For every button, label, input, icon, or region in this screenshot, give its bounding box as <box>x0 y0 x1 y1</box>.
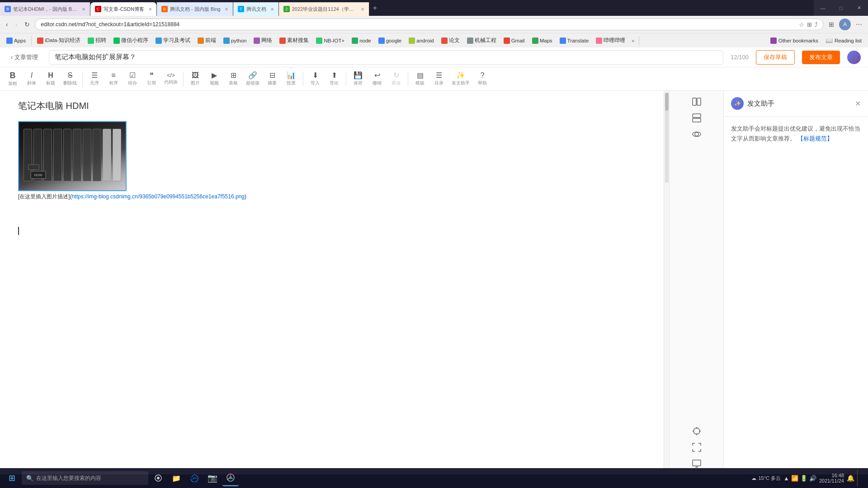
toolbar-strikethrough[interactable]: S 删除线 <box>61 70 80 88</box>
star-icon[interactable]: ☆ <box>799 21 804 28</box>
editor-scrollbar[interactable] <box>664 91 669 474</box>
bookmark-assets[interactable]: 素材搜集 <box>277 36 311 45</box>
file-explorer-button[interactable]: 📁 <box>168 470 184 486</box>
article-image[interactable]: HDMI <box>18 121 127 191</box>
share-icon[interactable]: ⤴ <box>815 21 818 28</box>
notifications-icon[interactable]: 🔔 <box>847 474 854 482</box>
toolbar-export[interactable]: ⬆ 导出 <box>325 70 343 88</box>
start-button[interactable]: ⊞ <box>4 470 20 486</box>
toolbar-template[interactable]: ▤ 模版 <box>411 70 429 88</box>
editor-content-area[interactable]: 笔记本电脑 HDMI <box>0 91 664 474</box>
other-bookmarks[interactable]: Other bookmarks <box>768 36 821 45</box>
toolbar-undo[interactable]: ↩ 撤销 <box>368 70 386 88</box>
bookmark-translate[interactable]: Translate <box>557 36 592 45</box>
bookmark-mech[interactable]: 机械工程 <box>464 36 499 45</box>
toolbar-table[interactable]: ⊞ 表格 <box>224 70 242 88</box>
edge-button[interactable] <box>186 470 203 486</box>
settings-button[interactable]: ⋯ <box>854 19 864 29</box>
toolbar-codeblock[interactable]: </> 代码块 <box>161 71 180 87</box>
collections-icon[interactable]: ⊞ <box>807 21 812 28</box>
bookmark-maps[interactable]: Maps <box>529 36 555 45</box>
bookmark-apps[interactable]: Apps <box>4 36 28 45</box>
toolbar-help[interactable]: ? 帮助 <box>473 70 491 88</box>
publish-button[interactable]: 发布文章 <box>802 51 840 64</box>
close-button[interactable]: ✕ <box>850 0 868 16</box>
toolbar-import[interactable]: ⬇ 导入 <box>306 70 324 88</box>
sidebar-icon-preview[interactable] <box>691 129 702 140</box>
new-tab-button[interactable]: + <box>369 4 381 12</box>
toolbar-image[interactable]: 🖼 图片 <box>186 70 204 88</box>
bookmarks-more[interactable]: » <box>630 37 636 45</box>
toolbar-summary[interactable]: ⊟ 摘要 <box>263 70 281 88</box>
toolbar-unordered[interactable]: ☰ 无序 <box>85 70 104 88</box>
toolbar-video[interactable]: ▶ 视频 <box>205 70 223 88</box>
bookmark-python[interactable]: python <box>221 36 250 45</box>
tab-4-close[interactable]: ✕ <box>270 7 274 12</box>
bookmark-idata[interactable]: iData-知识经济 <box>34 36 83 45</box>
taskbar-search[interactable]: 🔍 在这里输入您要搜索的内容 <box>22 471 148 485</box>
toolbar-ordered[interactable]: ≡ 有序 <box>104 70 123 88</box>
toolbar-bold[interactable]: B 加粗 <box>4 70 22 89</box>
toolbar-italic[interactable]: I 斜体 <box>23 70 41 88</box>
sidebar-icon-split-h[interactable] <box>691 96 702 107</box>
toolbar-todo[interactable]: ☑ 待办 <box>123 70 142 88</box>
sidebar-icon-split-v[interactable] <box>691 113 702 123</box>
tab-5[interactable]: 2 2022毕业设题目1124（学生态... ✕ <box>279 2 369 16</box>
toolbar-save[interactable]: 💾 保存 <box>349 70 367 88</box>
network-tray-icon[interactable]: ▲ <box>783 475 789 482</box>
battery-icon[interactable]: 🔋 <box>800 475 807 482</box>
sidebar-icon-crosshair[interactable] <box>691 426 702 436</box>
show-desktop-button[interactable] <box>857 470 861 486</box>
user-avatar[interactable] <box>847 51 861 64</box>
wifi-icon[interactable]: 📶 <box>791 475 798 482</box>
bookmark-recruit[interactable]: 招聘 <box>85 36 109 45</box>
sidebar-icon-monitor[interactable] <box>691 458 702 469</box>
article-title-input[interactable] <box>49 50 723 65</box>
browser-taskbar-icon[interactable] <box>222 470 239 486</box>
reading-list[interactable]: 📖 Reading list <box>823 36 864 45</box>
toolbar-quote[interactable]: ❝ 引用 <box>142 70 160 88</box>
extensions-button[interactable]: ⊞ <box>826 19 836 29</box>
sidebar-icon-fullscreen[interactable] <box>691 442 702 453</box>
scrollbar-thumb[interactable] <box>665 93 669 111</box>
publish-panel-close-button[interactable]: ✕ <box>855 99 861 108</box>
cursor-area[interactable] <box>18 218 646 244</box>
task-view-button[interactable] <box>150 470 166 486</box>
tab-4[interactable]: T 腾讯文档 ✕ <box>233 2 279 16</box>
bookmark-node[interactable]: node <box>349 36 374 45</box>
maximize-button[interactable]: □ <box>832 0 850 16</box>
tab-3-close[interactable]: ✕ <box>225 7 228 12</box>
toolbar-vote[interactable]: 📊 投票 新增投票功能 <box>282 70 300 88</box>
tab-2[interactable]: C 写文章-CSDN博客 ✕ <box>90 2 157 16</box>
toolbar-heading[interactable]: H 标题 <box>42 70 60 88</box>
bookmark-network[interactable]: 网络 <box>251 36 275 45</box>
tab-5-close[interactable]: ✕ <box>361 7 364 12</box>
bookmark-paper[interactable]: 论文 <box>439 36 462 45</box>
bookmark-gmail[interactable]: Gmail <box>501 36 528 45</box>
forward-button[interactable]: › <box>13 19 20 29</box>
bookmark-android[interactable]: android <box>406 36 436 45</box>
photos-button[interactable]: 📷 <box>204 470 221 486</box>
save-draft-button[interactable]: 保存草稿 <box>756 50 795 65</box>
bookmark-wechat[interactable]: 微信小程序 <box>111 36 151 45</box>
bookmark-study[interactable]: 学习及考试 <box>153 36 193 45</box>
bookmark-nbiot[interactable]: NB-IOT+ <box>313 36 347 45</box>
reload-button[interactable]: ↻ <box>22 19 32 29</box>
tab-1[interactable]: B 笔记本DHDMI，- 国内版 Bing ✕ <box>0 2 90 16</box>
toolbar-redo[interactable]: ↻ 重做 <box>387 70 405 88</box>
bookmark-bilibili[interactable]: 哔哩哔哩 <box>593 36 628 45</box>
system-clock[interactable]: 16:48 2021/11/24 <box>819 473 844 483</box>
toolbar-link[interactable]: 🔗 超链接 <box>243 70 262 88</box>
toolbar-toc[interactable]: ☰ 目录 <box>430 70 448 88</box>
bookmark-google[interactable]: google <box>376 36 405 45</box>
bookmark-frontend[interactable]: 前端 <box>195 36 219 45</box>
tab-3[interactable]: B 腾讯文档 - 国内版 Bing ✕ <box>157 2 233 16</box>
back-button[interactable]: ‹ <box>4 19 10 29</box>
back-to-articles[interactable]: ‹ 文章管理 <box>7 52 42 63</box>
minimize-button[interactable]: — <box>814 0 832 16</box>
publish-panel-link[interactable]: 【标题规范】 <box>797 135 833 142</box>
toolbar-assistant[interactable]: ✨ 发文助手 <box>449 70 472 88</box>
address-bar[interactable]: editor.csdn.net/md?not_checkout=1&articl… <box>35 19 824 30</box>
tab-2-close[interactable]: ✕ <box>148 7 152 12</box>
tab-1-close[interactable]: ✕ <box>82 7 85 12</box>
